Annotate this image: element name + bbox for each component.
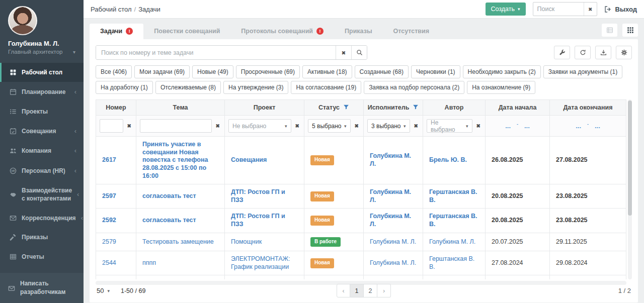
sidebar-item[interactable]: HRПерсонал (HR)‹ (0, 161, 84, 181)
tab[interactable]: Протоколы совещаний! (230, 24, 334, 39)
wrench-button[interactable] (554, 46, 570, 59)
filter-funnel-icon[interactable] (343, 104, 349, 110)
filter-author-select[interactable]: Не выбрано▾ (427, 119, 472, 133)
download-button[interactable] (595, 46, 611, 59)
task-project-link[interactable]: ДТП: Ростов ГП и ПЗЗ (231, 188, 285, 204)
next-page-button[interactable]: › (377, 284, 391, 297)
task-search-button[interactable] (351, 46, 367, 59)
column-header-author[interactable]: Автор (423, 100, 486, 116)
task-author-link[interactable]: Герштанская В. В. (429, 188, 477, 204)
clear-icon[interactable]: ✖ (354, 123, 360, 129)
filter-chip[interactable]: Активные (18) (302, 65, 352, 78)
filter-chip[interactable]: Просроченные (69) (236, 65, 300, 78)
sidebar-item[interactable]: Отчеты (0, 247, 84, 266)
task-author-link[interactable]: Брель Ю. В. (429, 156, 467, 163)
gear-button[interactable] (616, 46, 632, 59)
breadcrumb-root[interactable]: Рабочий стол (91, 6, 132, 13)
filter-theme-input[interactable] (140, 119, 212, 133)
column-header-executor[interactable]: Исполнитель (364, 100, 423, 116)
page-size-select[interactable]: 50▾ (96, 285, 111, 296)
task-author-link[interactable]: Голубкина М. Л. (429, 238, 475, 245)
user-block[interactable]: Голубкина М. Л. Главный архитектор ▾ (0, 0, 84, 60)
prev-page-button[interactable]: ‹ (337, 284, 350, 297)
sidebar-item[interactable]: Планирование‹ (0, 82, 84, 102)
filter-date-start-from[interactable]: ... (505, 122, 511, 130)
task-search-input[interactable] (96, 46, 336, 59)
task-project-link[interactable]: ЭЛЕКТРОМОНТАЖ: График реализации (231, 255, 290, 270)
task-theme-link[interactable]: согласовать тест (142, 217, 196, 224)
task-project-link[interactable]: Помощник (231, 238, 262, 245)
column-header-date-end[interactable]: Дата окончания (550, 100, 626, 116)
filter-chip[interactable]: Мои задачи (69) (134, 65, 190, 78)
task-number-link[interactable]: 2544 (102, 259, 116, 266)
task-theme-link[interactable]: пппп (142, 259, 156, 266)
grid-view-button[interactable] (622, 24, 638, 37)
task-executor-link[interactable]: Голубкина М. Л. (370, 238, 416, 245)
clear-icon[interactable]: ✖ (126, 123, 132, 129)
filter-chip[interactable]: Заявки на документы (1) (543, 65, 622, 78)
task-executor-link[interactable]: Голубкина М. Л. (370, 213, 411, 228)
sidebar-item[interactable]: Совещания‹ (0, 121, 84, 141)
sidebar-item[interactable]: Взаимодействие с контрагентами‹ (0, 181, 84, 208)
page-button[interactable]: 2 (364, 284, 377, 297)
filter-chip[interactable]: Все (406) (96, 65, 132, 78)
global-search-input[interactable] (533, 6, 584, 13)
task-project-link[interactable]: Совещания (231, 156, 267, 163)
table-row[interactable]: 2579Тестировать замещениеПомощникВ работ… (96, 233, 626, 251)
clear-icon[interactable]: ✖ (294, 123, 300, 129)
task-executor-link[interactable]: Голубкина М. Л. (370, 259, 416, 266)
filter-number-input[interactable] (100, 119, 123, 133)
task-number-link[interactable]: 2597 (102, 192, 116, 199)
clear-icon[interactable]: ✖ (413, 123, 419, 129)
task-author-link[interactable]: Герштанская В. В. (429, 255, 474, 270)
column-header-number[interactable]: Номер (96, 100, 136, 116)
filter-date-end-from[interactable]: ... (576, 122, 581, 130)
clear-search-button[interactable]: ✖ (584, 3, 597, 16)
task-number-link[interactable]: 2579 (102, 238, 116, 245)
column-header-status[interactable]: Статус (304, 100, 364, 116)
task-project-link[interactable]: ДТП: Ростов ГП и ПЗЗ (231, 213, 285, 228)
filter-date-start-to[interactable]: ... (524, 122, 530, 130)
refresh-button[interactable] (575, 46, 591, 59)
task-theme-link[interactable]: согласовать тест (142, 192, 196, 199)
filter-chip[interactable]: Созданные (68) (355, 65, 409, 78)
sidebar-item[interactable]: Компания‹ (0, 141, 84, 161)
filter-chip[interactable]: Необходимо закрыть (2) (463, 65, 541, 78)
list-view-button[interactable] (602, 24, 617, 37)
filter-status-select[interactable]: 5 выбрано▾ (308, 119, 351, 133)
filter-funnel-icon[interactable] (413, 104, 419, 110)
tab[interactable]: Задачи! (90, 24, 143, 39)
filter-chip[interactable]: Отслеживаемые (8) (155, 81, 221, 94)
filter-date-end-to[interactable]: ... (595, 122, 600, 130)
tab[interactable]: Приказы (334, 24, 383, 39)
task-number-link[interactable]: 2617 (102, 156, 116, 163)
filter-chip[interactable]: На ознакомление (9) (467, 81, 535, 94)
table-row[interactable]: 2351Архитектор, 1 чел.ПомощникНоваяГолуб… (96, 275, 626, 279)
filter-chip[interactable]: На утверждение (3) (223, 81, 288, 94)
table-row[interactable]: 2597согласовать тестДТП: Ростов ГП и ПЗЗ… (96, 184, 626, 209)
tab[interactable]: Повестки совещаний (143, 24, 230, 39)
page-button[interactable]: 1 (350, 284, 364, 297)
filter-chip[interactable]: Заявка на подбор персонала (2) (364, 81, 464, 94)
logout-button[interactable]: Выход (604, 6, 637, 13)
filter-chip[interactable]: Черновики (1) (411, 65, 460, 78)
tab[interactable]: Отсутствия (383, 24, 440, 39)
table-row[interactable]: 2544ппппЭЛЕКТРОМОНТАЖ: График реализации… (96, 251, 626, 275)
task-search-clear-button[interactable]: ✖ (336, 46, 351, 59)
task-theme-link[interactable]: Принять участие в совещании Новая повест… (142, 141, 208, 179)
task-author-link[interactable]: Герштанская В. В. (429, 213, 477, 228)
chevron-down-icon[interactable]: ▾ (73, 49, 75, 55)
filter-project-select[interactable]: Не выбрано▾ (228, 119, 291, 133)
task-executor-link[interactable]: Голубкина М. Л. (370, 188, 411, 204)
table-row[interactable]: 2592согласовать тестДТП: Ростов ГП и ПЗЗ… (96, 209, 626, 233)
column-header-date-start[interactable]: Дата начала (486, 100, 550, 116)
sidebar-item[interactable]: Приказы (0, 228, 84, 247)
table-row[interactable]: 2617Принять участие в совещании Новая по… (96, 137, 626, 184)
filter-chip[interactable]: Новые (49) (192, 65, 233, 78)
task-theme-link[interactable]: Тестировать замещение (142, 238, 214, 245)
sidebar-item[interactable]: Рабочий стол (0, 63, 84, 82)
filter-chip[interactable]: На согласование (19) (291, 81, 361, 94)
vertical-scrollbar[interactable] (628, 99, 632, 279)
sidebar-item[interactable]: Корреспонденция‹ (0, 208, 84, 228)
filter-chip[interactable]: На доработку (1) (96, 81, 153, 94)
